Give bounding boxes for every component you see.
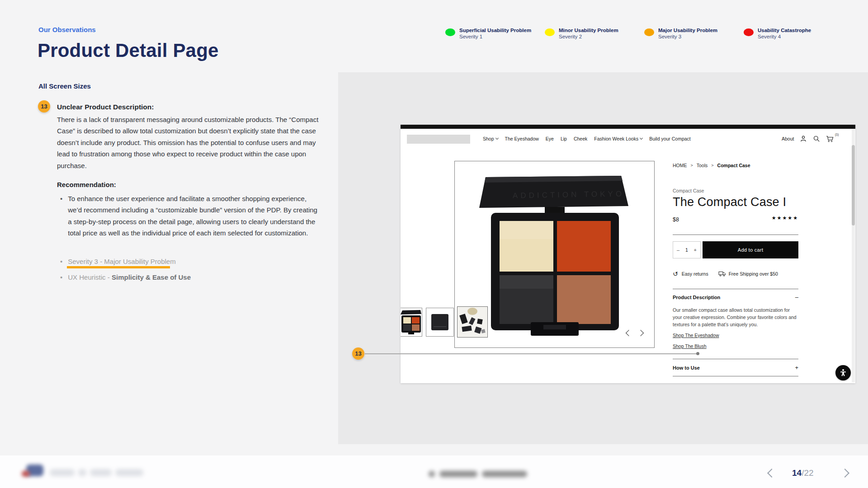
nav-item-cheek[interactable]: Cheek xyxy=(574,136,587,141)
agency-wordmark-blurred xyxy=(50,469,75,476)
shipping-truck-icon xyxy=(718,271,726,277)
cart-count: (1) xyxy=(835,133,839,136)
accordion-how-to-use[interactable]: How to Use + xyxy=(673,364,798,371)
perk-free-shipping: Free Shipping over $50 xyxy=(729,271,778,277)
heuristic-value: Simplicity & Ease of Use xyxy=(112,273,191,281)
recommendation-label: Recommendation: xyxy=(57,181,116,188)
accessibility-icon xyxy=(838,367,849,378)
product-thumbnail-open-palette[interactable] xyxy=(401,308,422,337)
callout-line xyxy=(365,353,697,354)
legend-label: Minor Usability Problem xyxy=(559,27,618,33)
legend-severity: Severity 4 xyxy=(758,33,811,40)
expand-icon[interactable]: + xyxy=(795,364,798,371)
product-rating-stars[interactable]: ★★★★★ xyxy=(772,215,798,221)
bullet-icon: • xyxy=(60,193,62,239)
collapse-icon[interactable]: – xyxy=(795,294,798,300)
severity-bullet: • Severity 3 - Major Usability Problem xyxy=(60,258,176,266)
cart-button[interactable]: (1) xyxy=(826,135,834,142)
quantity-value: 1 xyxy=(685,247,688,253)
quantity-decrease-button[interactable]: – xyxy=(677,247,679,253)
divider xyxy=(673,289,798,289)
accordion-product-description[interactable]: Product Description – xyxy=(673,294,798,300)
slide-eyebrow: Our Observations xyxy=(38,26,96,33)
embedded-screenshot: Shop The Eyeshadow Eye Lip Cheek Fashion… xyxy=(401,125,855,383)
callout-endpoint-dot xyxy=(696,352,699,355)
quantity-stepper[interactable]: – 1 + xyxy=(673,241,701,258)
shop-the-eyeshadow-link[interactable]: Shop The Eyeshadow xyxy=(673,333,719,338)
nav-item-lip[interactable]: Lip xyxy=(561,136,567,141)
breadcrumb-tools[interactable]: Tools xyxy=(697,163,708,168)
product-description-text: Our smaller compact case allows total cu… xyxy=(673,306,798,328)
page-title: Product Detail Page xyxy=(38,40,219,61)
company-note-blurred xyxy=(439,471,477,477)
legend-item-severity-1: Superficial Usability Problem Severity 1 xyxy=(445,27,531,40)
store-logo-placeholder xyxy=(407,135,470,144)
product-title: The Compact Case I xyxy=(673,195,786,209)
product-category: Compact Case xyxy=(673,188,704,193)
quantity-increase-button[interactable]: + xyxy=(694,247,697,253)
severity-4-dot-icon xyxy=(744,28,754,36)
legend-severity: Severity 3 xyxy=(658,33,717,40)
heuristic-prefix: UX Heuristic - xyxy=(68,273,112,281)
breadcrumb-current: Compact Case xyxy=(717,163,750,168)
accessibility-widget-button[interactable] xyxy=(835,365,851,380)
add-to-cart-button[interactable]: Add to cart xyxy=(703,241,798,258)
perk-easy-returns: Easy returns xyxy=(682,271,708,277)
nav-item-eye[interactable]: Eye xyxy=(546,136,554,141)
perks-row: ↺ Easy returns Free Shipping over $50 xyxy=(673,271,778,277)
chevron-down-icon xyxy=(640,136,643,140)
severity-text: Severity 3 - Major Usability Problem xyxy=(68,258,175,266)
scrollbar-thumb[interactable] xyxy=(852,145,855,225)
breadcrumb-home[interactable]: HOME xyxy=(673,163,687,168)
bullet-icon: • xyxy=(60,273,62,282)
cart-icon xyxy=(826,135,834,142)
accordion-header: Product Description xyxy=(673,295,720,300)
company-note-blurred xyxy=(482,471,527,477)
legend-label: Major Usability Problem xyxy=(658,27,717,33)
severity-3-dot-icon xyxy=(644,28,654,36)
returns-icon: ↺ xyxy=(673,271,678,277)
legend-item-severity-4: Usability Catastrophe Severity 4 xyxy=(744,27,811,40)
divider xyxy=(673,376,798,376)
legend-severity: Severity 1 xyxy=(459,33,531,40)
breadcrumb: HOME > Tools > Compact Case xyxy=(673,163,750,168)
accordion-header: How to Use xyxy=(673,365,700,371)
agency-logo-blurred xyxy=(22,471,30,477)
recommendation-bullet: • To enhance the user experience and fac… xyxy=(60,193,320,239)
page-total: /22 xyxy=(802,468,813,478)
legend-label: Superficial Usability Problem xyxy=(459,27,531,33)
section-label: All Screen Sizes xyxy=(38,82,91,90)
page-current: 14 xyxy=(792,468,802,478)
severity-underline-bar xyxy=(67,266,170,268)
nav-item-shop[interactable]: Shop xyxy=(483,136,498,141)
perk-shipping-group: Free Shipping over $50 xyxy=(718,271,778,277)
shop-the-blush-link[interactable]: Shop The Blush xyxy=(673,343,707,349)
heuristic-text: UX Heuristic - Simplicity & Ease of Use xyxy=(68,273,191,282)
product-thumbnail-flatlay[interactable] xyxy=(457,306,488,338)
severity-1-dot-icon xyxy=(445,28,455,36)
legend-severity: Severity 2 xyxy=(559,33,618,40)
search-icon[interactable] xyxy=(813,135,820,142)
page-indicator: 14/22 xyxy=(792,468,814,478)
product-info-column: HOME > Tools > Compact Case Compact Case… xyxy=(673,125,798,383)
breadcrumb-separator: > xyxy=(711,163,713,168)
account-icon[interactable] xyxy=(800,135,807,142)
observation-title: Unclear Product Description: xyxy=(57,103,154,111)
product-thumbnail-closed-case[interactable] xyxy=(426,308,454,337)
severity-2-dot-icon xyxy=(545,28,555,36)
product-price: $8 xyxy=(673,216,679,223)
chevron-down-icon xyxy=(495,136,498,140)
callout-number-badge: 13 xyxy=(352,347,364,360)
divider xyxy=(673,235,798,235)
legend-item-severity-3: Major Usability Problem Severity 3 xyxy=(644,27,717,40)
legend-label: Usability Catastrophe xyxy=(758,27,811,33)
bullet-icon: • xyxy=(60,258,62,266)
observation-body: There is a lack of transparent messaging… xyxy=(57,114,328,171)
heuristic-bullet: • UX Heuristic - Simplicity & Ease of Us… xyxy=(60,273,191,282)
agency-wordmark-blurred xyxy=(78,469,86,476)
legend-item-severity-2: Minor Usability Problem Severity 2 xyxy=(545,27,618,40)
store-nav: Shop The Eyeshadow Eye Lip Cheek Fashion… xyxy=(483,136,691,141)
nav-item-fashion-week-looks[interactable]: Fashion Week Looks xyxy=(594,136,642,141)
nav-item-the-eyeshadow[interactable]: The Eyeshadow xyxy=(505,136,539,141)
agency-wordmark-blurred xyxy=(115,469,143,476)
